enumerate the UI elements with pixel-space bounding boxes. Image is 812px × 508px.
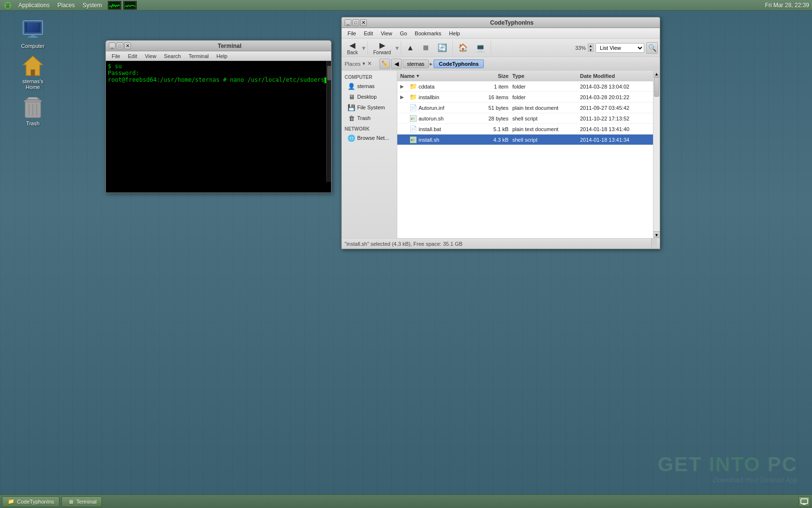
cpu-monitor [108,1,121,10]
fm-maximize-btn[interactable]: □ [352,19,359,26]
fm-file-installbat-date: 2014-01-18 13:41:40 [578,126,653,132]
fm-search-btn[interactable]: 🔍 [646,42,658,54]
fm-file-cddata-size: 1 item [477,84,510,90]
terminal-scroll-thumb[interactable] [327,66,331,80]
top-menubar: Applications Places System Fri Mar 28, 2… [0,0,812,11]
fm-sort-arrow: ▼ [416,74,420,78]
fm-file-installsh-icon: #! [409,135,418,144]
fm-statusbar-scrollbar[interactable] [651,239,657,249]
fm-location-toggle[interactable]: ▾ [362,60,365,67]
fm-stop-btn[interactable]: ⏹ [419,42,433,54]
fm-scroll-thumb[interactable] [654,77,659,97]
menu-system[interactable]: System [79,1,106,10]
terminal-minimize-btn[interactable]: _ [109,43,116,49]
fm-edit-location-btn[interactable]: ✏️ [379,59,390,69]
fm-close-btn[interactable]: ✕ [360,19,367,26]
fm-col-type-header[interactable]: Type [510,73,578,79]
sidebar-item-desktop[interactable]: 🖥 Desktop [345,91,394,102]
fm-expand-installbin[interactable]: ▶ [400,94,406,100]
fm-file-autoruninf[interactable]: ▶ 📄 Autorun.inf 51 bytes plain text docu… [397,103,653,113]
terminal-menu-terminal[interactable]: Terminal [185,52,213,60]
fm-zoom-controls[interactable]: ▲ ▼ [588,44,594,52]
desktop-icon-trash[interactable]: Trash [14,94,52,128]
taskbar-show-desktop-btn[interactable] [798,496,810,507]
fm-forward-btn[interactable]: ▶ Forward [370,39,394,57]
fm-menu-help[interactable]: Help [445,30,464,37]
desktop-icon-computer[interactable]: Computer [14,17,52,51]
terminal-menu-view[interactable]: View [141,52,160,60]
fm-filelist[interactable]: Name ▼ Size Type Date Modified ▶ 📁 cddat… [397,71,653,238]
sidebar-item-browsenet[interactable]: 🌐 Browse Net... [345,133,394,143]
fm-col-name-header[interactable]: Name ▼ [397,73,477,79]
terminal-close-btn[interactable]: ✕ [124,43,131,49]
taskbar-btn-filemanager[interactable]: 📁 CodeTyphonIns [2,496,59,507]
fm-filelist-scrollbar[interactable]: ▲ ▼ [653,71,660,238]
fm-scroll-up[interactable]: ▲ [653,71,660,77]
fm-toolbar-right: 33% ▲ ▼ List View Icon View Compact View… [575,42,658,54]
terminal-title-text: Terminal [131,43,328,49]
fm-menu-bookmarks[interactable]: Bookmarks [411,30,445,37]
fm-file-installbat[interactable]: ▶ 📄 install.bat 5.1 kB plain text docume… [397,124,653,134]
fm-file-installbin-size: 16 items [477,94,510,100]
terminal-window: _ □ ✕ Terminal File Edit View Search Ter… [105,40,332,193]
fm-back-dropdown[interactable]: ▾ [362,44,365,52]
desktop-icon-home[interactable]: sternas's Home [14,52,52,92]
svg-point-2 [8,3,10,5]
home-icon [21,54,44,77]
terminal-line-2: Password: [108,70,329,76]
fm-file-autorunsh[interactable]: ▶ #! autorun.sh 28 bytes shell script 20… [397,113,653,124]
top-bar-left: Applications Places System [3,0,137,10]
fm-file-cddata[interactable]: ▶ 📁 cddata 1 item folder 2014-03-28 13:0… [397,81,653,92]
fm-reload-btn[interactable]: 🔄 [434,42,450,54]
taskbar-terminal-label: Terminal [76,499,97,505]
fm-breadcrumb-parent[interactable]: sternas [403,60,429,68]
terminal-maximize-btn[interactable]: □ [116,43,123,49]
watermark-get: GET [657,453,709,476]
fm-menu-go[interactable]: Go [396,30,411,37]
sidebar-item-sternas[interactable]: 👤 sternas [345,81,394,91]
fm-places-label: Places [345,61,361,67]
sidebar-trash-icon: 🗑 [348,114,355,122]
fm-home-btn[interactable]: 🏠 [455,42,471,54]
fm-up-btn[interactable]: ▲ [403,42,418,54]
fm-zoom-up[interactable]: ▲ [588,44,594,47]
terminal-scrollbar[interactable] [326,61,331,182]
fm-location-close[interactable]: ✕ [367,60,372,67]
terminal-menu-search[interactable]: Search [160,52,185,60]
terminal-menu-file[interactable]: File [108,52,124,60]
fm-forward-dropdown[interactable]: ▾ [395,44,399,52]
fm-expand-cddata[interactable]: ▶ [400,84,406,89]
fm-menu-edit[interactable]: Edit [360,30,377,37]
menu-places[interactable]: Places [54,1,79,10]
terminal-titlebar: _ □ ✕ Terminal [106,41,331,51]
fm-file-autoruninf-name: ▶ 📄 Autorun.inf [397,104,477,112]
trash-icon [21,96,44,120]
fm-scroll-down[interactable]: ▼ [653,231,660,238]
terminal-menu-help[interactable]: Help [213,52,232,60]
fm-zoom-down[interactable]: ▼ [588,48,594,52]
sidebar-sternas-icon: 👤 [348,82,355,90]
fm-breadcrumb-current[interactable]: CodeTyphonIns [434,60,484,68]
taskbar: 📁 CodeTyphonIns 🖥 Terminal [0,494,812,508]
fm-history-back-btn[interactable]: ◀ [391,59,402,69]
sidebar-item-trash[interactable]: 🗑 Trash [345,113,394,123]
fm-file-installsh[interactable]: ▶ #! install.sh 4.3 kB shell script 2014… [397,134,653,145]
terminal-menu-edit[interactable]: Edit [124,52,141,60]
sidebar-item-filesystem[interactable]: 💾 File System [345,102,394,113]
fm-back-btn[interactable]: ◀ Back [344,39,361,57]
fm-toolbar-sep4 [491,41,491,55]
terminal-content[interactable]: $ su Password: root@freebsd64:/usr/home/… [106,61,331,182]
menu-applications[interactable]: Applications [14,1,54,10]
fm-computer-btn[interactable]: 💻 [472,42,489,54]
fm-col-size-header[interactable]: Size [477,73,510,79]
svg-point-1 [6,3,8,5]
fm-menu-file[interactable]: File [344,30,360,37]
fm-col-date-header[interactable]: Date Modified [578,73,653,79]
fm-view-select[interactable]: List View Icon View Compact View [595,43,644,53]
computer-icon-label: Computer [21,43,44,49]
fm-menu-view[interactable]: View [377,30,396,37]
fm-file-installbin[interactable]: ▶ 📁 installbin 16 items folder 2014-03-2… [397,92,653,103]
fm-minimize-btn[interactable]: _ [345,19,351,26]
taskbar-btn-terminal[interactable]: 🖥 Terminal [61,496,102,507]
fm-locationbar: Places ▾ ✕ ✏️ ◀ sternas ▸ CodeTyphonIns [342,57,660,71]
